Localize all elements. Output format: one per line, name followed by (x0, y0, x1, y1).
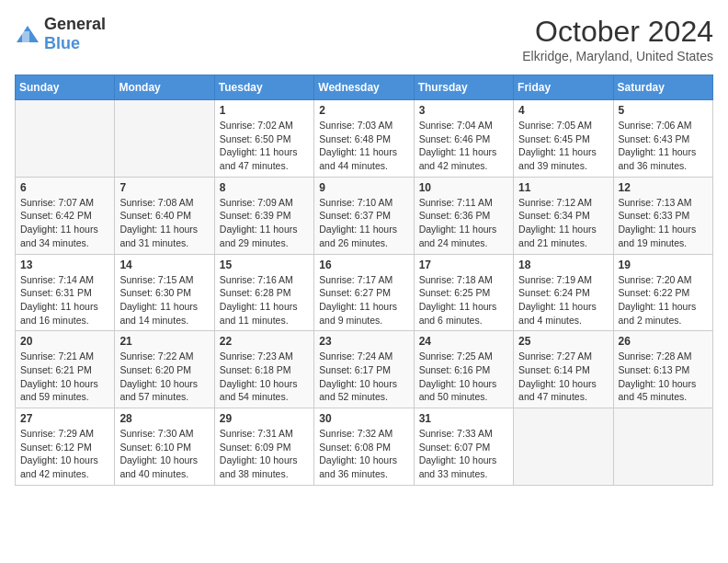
day-cell: 4Sunrise: 7:05 AMSunset: 6:45 PMDaylight… (514, 100, 613, 178)
day-info: Sunrise: 7:33 AMSunset: 6:07 PMDaylight:… (419, 427, 508, 481)
weekday-header-saturday: Saturday (613, 75, 712, 100)
day-number: 27 (20, 412, 109, 425)
weekday-header-monday: Monday (115, 75, 214, 100)
logo-blue: Blue (44, 34, 80, 52)
day-info: Sunrise: 7:14 AMSunset: 6:31 PMDaylight:… (20, 273, 109, 327)
day-number: 29 (220, 412, 309, 425)
week-row-2: 13Sunrise: 7:14 AMSunset: 6:31 PMDayligh… (16, 254, 713, 331)
day-info: Sunrise: 7:17 AMSunset: 6:27 PMDaylight:… (319, 273, 408, 327)
day-number: 10 (419, 181, 508, 194)
day-number: 31 (419, 412, 508, 425)
day-cell: 17Sunrise: 7:18 AMSunset: 6:25 PMDayligh… (414, 254, 513, 331)
day-info: Sunrise: 7:09 AMSunset: 6:39 PMDaylight:… (220, 196, 309, 250)
day-number: 30 (319, 412, 408, 425)
day-info: Sunrise: 7:24 AMSunset: 6:17 PMDaylight:… (319, 350, 408, 404)
day-info: Sunrise: 7:16 AMSunset: 6:28 PMDaylight:… (220, 273, 309, 327)
day-number: 17 (419, 259, 508, 271)
day-info: Sunrise: 7:06 AMSunset: 6:43 PMDaylight:… (619, 119, 708, 173)
day-info: Sunrise: 7:05 AMSunset: 6:45 PMDaylight:… (518, 119, 608, 173)
calendar: SundayMondayTuesdayWednesdayThursdayFrid… (15, 75, 713, 486)
day-number: 12 (619, 181, 708, 194)
day-info: Sunrise: 7:03 AMSunset: 6:48 PMDaylight:… (319, 119, 408, 173)
day-cell: 16Sunrise: 7:17 AMSunset: 6:27 PMDayligh… (314, 254, 414, 331)
day-info: Sunrise: 7:27 AMSunset: 6:14 PMDaylight:… (518, 350, 608, 404)
day-number: 25 (518, 335, 608, 348)
day-info: Sunrise: 7:15 AMSunset: 6:30 PMDaylight:… (119, 273, 209, 327)
week-row-1: 6Sunrise: 7:07 AMSunset: 6:42 PMDaylight… (16, 177, 713, 254)
day-cell (16, 100, 115, 178)
day-number: 15 (220, 259, 309, 271)
day-cell: 8Sunrise: 7:09 AMSunset: 6:39 PMDaylight… (214, 177, 313, 254)
logo: General Blue (15, 15, 106, 53)
day-number: 8 (220, 181, 309, 194)
day-number: 26 (619, 335, 708, 348)
day-number: 9 (319, 181, 408, 194)
day-info: Sunrise: 7:08 AMSunset: 6:40 PMDaylight:… (119, 196, 209, 250)
day-info: Sunrise: 7:18 AMSunset: 6:25 PMDaylight:… (419, 273, 508, 327)
location: Elkridge, Maryland, United States (522, 49, 713, 63)
day-number: 2 (319, 104, 408, 117)
day-cell: 26Sunrise: 7:28 AMSunset: 6:13 PMDayligh… (613, 331, 712, 408)
day-cell: 27Sunrise: 7:29 AMSunset: 6:12 PMDayligh… (16, 408, 115, 486)
day-cell: 9Sunrise: 7:10 AMSunset: 6:37 PMDaylight… (314, 177, 414, 254)
day-cell (613, 408, 712, 486)
day-number: 1 (220, 104, 309, 117)
month-title: October 2024 (522, 15, 713, 49)
day-cell: 18Sunrise: 7:19 AMSunset: 6:24 PMDayligh… (514, 254, 613, 331)
day-cell: 5Sunrise: 7:06 AMSunset: 6:43 PMDaylight… (613, 100, 712, 178)
day-number: 3 (419, 104, 508, 117)
day-cell: 23Sunrise: 7:24 AMSunset: 6:17 PMDayligh… (314, 331, 414, 408)
day-number: 16 (319, 259, 408, 271)
day-info: Sunrise: 7:32 AMSunset: 6:08 PMDaylight:… (319, 427, 408, 481)
day-cell: 29Sunrise: 7:31 AMSunset: 6:09 PMDayligh… (214, 408, 313, 486)
day-number: 22 (220, 335, 309, 348)
day-info: Sunrise: 7:10 AMSunset: 6:37 PMDaylight:… (319, 196, 408, 250)
day-cell: 19Sunrise: 7:20 AMSunset: 6:22 PMDayligh… (613, 254, 712, 331)
day-number: 28 (119, 412, 209, 425)
day-cell: 11Sunrise: 7:12 AMSunset: 6:34 PMDayligh… (514, 177, 613, 254)
day-info: Sunrise: 7:23 AMSunset: 6:18 PMDaylight:… (220, 350, 309, 404)
day-number: 14 (119, 259, 209, 271)
day-number: 21 (119, 335, 209, 348)
day-number: 20 (20, 335, 109, 348)
day-cell: 6Sunrise: 7:07 AMSunset: 6:42 PMDaylight… (16, 177, 115, 254)
day-info: Sunrise: 7:20 AMSunset: 6:22 PMDaylight:… (619, 273, 708, 327)
logo-icon (15, 24, 40, 44)
day-cell (514, 408, 613, 486)
day-cell: 21Sunrise: 7:22 AMSunset: 6:20 PMDayligh… (115, 331, 214, 408)
day-cell: 30Sunrise: 7:32 AMSunset: 6:08 PMDayligh… (314, 408, 414, 486)
day-cell: 3Sunrise: 7:04 AMSunset: 6:46 PMDaylight… (414, 100, 513, 178)
day-cell: 22Sunrise: 7:23 AMSunset: 6:18 PMDayligh… (214, 331, 313, 408)
svg-rect-1 (22, 31, 29, 42)
day-info: Sunrise: 7:12 AMSunset: 6:34 PMDaylight:… (518, 196, 608, 250)
day-info: Sunrise: 7:21 AMSunset: 6:21 PMDaylight:… (20, 350, 109, 404)
day-info: Sunrise: 7:22 AMSunset: 6:20 PMDaylight:… (119, 350, 209, 404)
day-number: 4 (518, 104, 608, 117)
week-row-4: 27Sunrise: 7:29 AMSunset: 6:12 PMDayligh… (16, 408, 713, 486)
day-cell: 7Sunrise: 7:08 AMSunset: 6:40 PMDaylight… (115, 177, 214, 254)
day-info: Sunrise: 7:25 AMSunset: 6:16 PMDaylight:… (419, 350, 508, 404)
day-cell: 28Sunrise: 7:30 AMSunset: 6:10 PMDayligh… (115, 408, 214, 486)
day-info: Sunrise: 7:13 AMSunset: 6:33 PMDaylight:… (619, 196, 708, 250)
day-info: Sunrise: 7:29 AMSunset: 6:12 PMDaylight:… (20, 427, 109, 481)
day-cell: 20Sunrise: 7:21 AMSunset: 6:21 PMDayligh… (16, 331, 115, 408)
day-cell: 10Sunrise: 7:11 AMSunset: 6:36 PMDayligh… (414, 177, 513, 254)
weekday-header-friday: Friday (514, 75, 613, 100)
day-info: Sunrise: 7:28 AMSunset: 6:13 PMDaylight:… (619, 350, 708, 404)
day-info: Sunrise: 7:31 AMSunset: 6:09 PMDaylight:… (220, 427, 309, 481)
day-number: 13 (20, 259, 109, 271)
weekday-header-row: SundayMondayTuesdayWednesdayThursdayFrid… (16, 75, 713, 100)
title-block: October 2024 Elkridge, Maryland, United … (522, 15, 713, 63)
day-cell: 25Sunrise: 7:27 AMSunset: 6:14 PMDayligh… (514, 331, 613, 408)
day-info: Sunrise: 7:19 AMSunset: 6:24 PMDaylight:… (518, 273, 608, 327)
day-number: 5 (619, 104, 708, 117)
day-cell: 24Sunrise: 7:25 AMSunset: 6:16 PMDayligh… (414, 331, 513, 408)
day-info: Sunrise: 7:07 AMSunset: 6:42 PMDaylight:… (20, 196, 109, 250)
weekday-header-thursday: Thursday (414, 75, 513, 100)
week-row-3: 20Sunrise: 7:21 AMSunset: 6:21 PMDayligh… (16, 331, 713, 408)
day-cell: 13Sunrise: 7:14 AMSunset: 6:31 PMDayligh… (16, 254, 115, 331)
day-cell: 15Sunrise: 7:16 AMSunset: 6:28 PMDayligh… (214, 254, 313, 331)
page-header: General Blue October 2024 Elkridge, Mary… (15, 15, 713, 63)
day-number: 24 (419, 335, 508, 348)
day-info: Sunrise: 7:30 AMSunset: 6:10 PMDaylight:… (119, 427, 209, 481)
